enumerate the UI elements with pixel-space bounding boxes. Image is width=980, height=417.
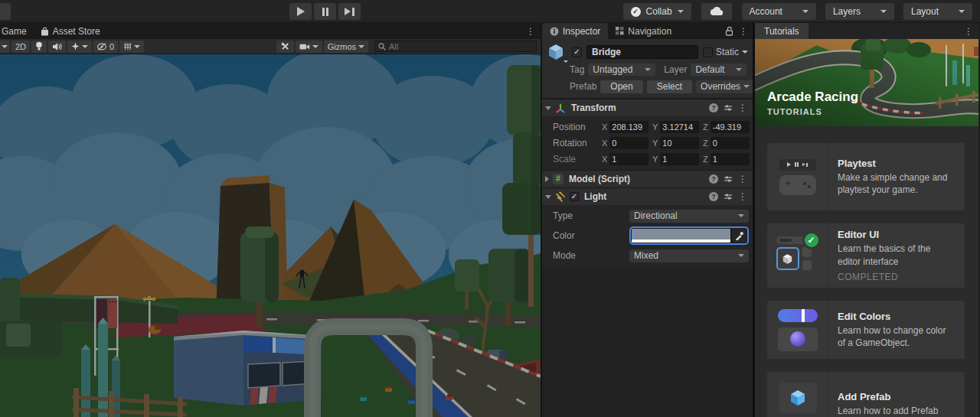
pause-button[interactable] [314,3,336,20]
static-checkbox[interactable] [703,47,713,57]
sphere-icon [790,331,805,347]
light-mode-dropdown[interactable]: Mixed [629,249,749,262]
play-button[interactable] [289,3,312,20]
rotation-z-field[interactable]: 0 [710,137,750,149]
tag-dropdown[interactable]: Untagged [588,64,655,76]
chevron-down-icon [802,10,808,13]
gizmos-dropdown[interactable]: Gizmos [324,41,368,53]
card-description: Learn how to change color of a GameObjec… [838,324,956,349]
collab-button[interactable]: ✓ Collab [623,3,691,20]
toolbar-right-group: ✓ Collab Account Layers Layout [623,3,972,20]
kebab-menu-icon[interactable]: ⋮ [739,26,748,37]
bag-icon [41,27,49,36]
add-prefab-icon: ↑ [767,372,828,417]
foldout-icon[interactable] [545,176,549,182]
audio-toggle[interactable] [48,41,66,53]
layer-dropdown[interactable]: Default [691,64,746,76]
hidden-objects-toggle[interactable]: 0 [93,41,118,53]
step-button[interactable] [338,3,361,20]
prefab-select-button[interactable]: Select [647,80,692,93]
unlock-icon[interactable] [725,26,733,36]
scale-x-field[interactable]: 1 [609,153,648,165]
scale-z-field[interactable]: 1 [710,153,750,165]
tag-label: Tag [570,64,584,75]
model-script-header[interactable]: # Model (Script) ? ⋮ [542,171,753,187]
chevron-down-icon [959,10,965,13]
color-swatch[interactable] [632,229,730,243]
light-enabled-checkbox[interactable]: ✓ [570,192,579,201]
prefab-overrides-dropdown[interactable]: Overrides [696,80,754,93]
arrow-up-icon: ↑ [795,415,800,417]
draw-mode-dropdown[interactable] [0,41,10,53]
help-icon[interactable]: ? [709,174,718,184]
cloud-button[interactable] [701,3,732,20]
effects-dropdown[interactable] [67,41,92,53]
scale-y-field[interactable]: 1 [660,153,699,165]
help-icon[interactable]: ? [709,192,718,201]
tab-asset-store[interactable]: Asset Store [34,23,107,39]
rotation-row: Rotation X0 Y10 Z0 [542,135,753,151]
2d-toggle[interactable]: 2D [11,41,30,53]
light-header[interactable]: ✓ Light ? ⋮ [542,188,753,205]
chevron-down-icon [880,10,887,13]
tutorials-panel: Tutorials ⋮ [753,23,978,417]
kebab-menu-icon[interactable]: ⋮ [738,191,747,202]
card-title: Playtest [838,158,956,169]
tab-inspector[interactable]: Inspector [542,23,608,39]
prefab-open-button[interactable]: Open [600,80,642,93]
rotation-x-field[interactable]: 0 [609,137,648,149]
tab-game[interactable]: Game [0,23,34,39]
account-dropdown[interactable]: Account [742,3,816,20]
tab-tutorials[interactable]: Tutorials [755,23,808,39]
card-title: Edit Colors [838,311,956,322]
position-x-field[interactable]: 208.139 [609,121,648,133]
tab-navigation[interactable]: Navigation [608,23,679,39]
pause-icon [322,8,325,16]
foldout-icon[interactable] [545,106,551,110]
light-color-field[interactable] [629,226,749,245]
transform-header[interactable]: Transform ? ⋮ [542,99,753,116]
inspector-tabbar: Inspector Navigation ⋮ [542,23,753,39]
eyedropper-button[interactable] [732,229,746,243]
foldout-icon[interactable] [545,195,551,199]
editor-ui-icon: ✓ [767,223,828,288]
kebab-menu-icon[interactable]: ⋮ [738,174,747,184]
kebab-menu-icon[interactable]: ⋮ [738,103,747,113]
tutorial-card-add-prefab[interactable]: ↑ Add Prefab Learn how to add Prefab obj… [767,372,965,417]
presets-icon[interactable] [724,104,733,112]
layers-dropdown[interactable]: Layers [825,3,894,20]
layout-label: Layout [911,6,939,17]
static-toggle[interactable]: Static [703,47,748,57]
kebab-menu-icon[interactable]: ⋮ [959,26,978,37]
search-input[interactable] [389,42,533,51]
lighting-toggle[interactable] [31,41,47,53]
kebab-menu-icon[interactable]: ⋮ [521,26,541,37]
help-icon[interactable]: ? [709,103,718,112]
tutorial-card-edit-colors[interactable]: Edit Colors Learn how to change color of… [767,301,965,359]
info-icon [550,27,559,36]
collab-check-icon: ✓ [631,7,641,17]
light-type-dropdown[interactable]: Directional [629,210,749,223]
card-description: Learn the basics of the editor interface [838,243,956,267]
scene-viewport[interactable] [0,54,541,417]
scene-search[interactable] [374,41,537,52]
tool-button-partial[interactable] [0,3,11,20]
card-status: COMPLETED [838,272,956,282]
grid-dropdown[interactable] [119,41,144,53]
tutorial-card-editor-ui[interactable]: ✓ Editor UI Learn the basics of the edit… [767,223,965,288]
camera-dropdown[interactable] [296,41,322,53]
presets-icon[interactable] [724,193,733,200]
position-z-field[interactable]: -49.319 [710,121,750,133]
active-checkbox[interactable]: ✓ [572,47,582,57]
light-color-row: Color [542,224,753,247]
playtest-icon: + [767,143,828,210]
gameobject-name-field[interactable] [586,45,698,59]
tutorial-card-playtest[interactable]: + Playtest Make a simple change and play… [767,143,965,210]
layout-dropdown[interactable]: Layout [903,3,972,20]
presets-icon[interactable] [724,175,733,183]
position-y-field[interactable]: 3.12714 [660,121,699,133]
tools-button[interactable] [276,41,294,53]
gameobject-icon-dropdown[interactable] [547,43,567,61]
model-script-component: # Model (Script) ? ⋮ [542,170,753,187]
rotation-y-field[interactable]: 10 [660,137,699,149]
